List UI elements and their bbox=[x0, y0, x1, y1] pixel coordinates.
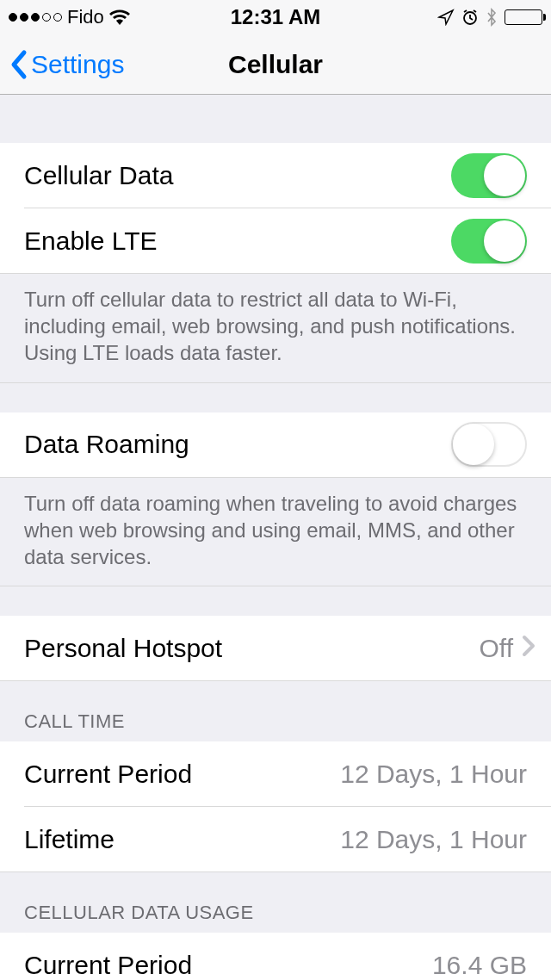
data-usage-header: CELLULAR DATA USAGE bbox=[0, 872, 551, 933]
personal-hotspot-row[interactable]: Personal Hotspot Off bbox=[0, 616, 551, 681]
location-icon bbox=[437, 9, 455, 26]
signal-strength-icon bbox=[9, 13, 62, 22]
data-usage-current-value: 16.4 GB bbox=[432, 951, 527, 980]
bluetooth-icon bbox=[486, 8, 498, 27]
back-button[interactable]: Settings bbox=[9, 49, 124, 80]
data-roaming-group: Data Roaming Turn off data roaming when … bbox=[0, 383, 551, 587]
call-time-lifetime-row: Lifetime 12 Days, 1 Hour bbox=[0, 807, 551, 872]
cellular-data-footer: Turn off cellular data to restrict all d… bbox=[0, 274, 551, 383]
call-time-header: CALL TIME bbox=[0, 681, 551, 741]
data-usage-group: CELLULAR DATA USAGE Current Period 16.4 … bbox=[0, 872, 551, 980]
status-right bbox=[437, 8, 542, 27]
carrier-label: Fido bbox=[67, 6, 104, 28]
status-left: Fido bbox=[9, 6, 130, 28]
call-time-group: CALL TIME Current Period 12 Days, 1 Hour… bbox=[0, 681, 551, 872]
data-roaming-switch[interactable] bbox=[451, 422, 527, 467]
call-time-current-row: Current Period 12 Days, 1 Hour bbox=[0, 741, 551, 807]
nav-bar: Settings Cellular bbox=[0, 34, 551, 95]
status-bar: Fido 12:31 AM bbox=[0, 0, 551, 34]
chevron-left-icon bbox=[9, 49, 28, 80]
call-time-current-label: Current Period bbox=[24, 760, 192, 789]
call-time-lifetime-value: 12 Days, 1 Hour bbox=[340, 825, 527, 854]
data-roaming-row[interactable]: Data Roaming bbox=[0, 412, 551, 478]
personal-hotspot-value: Off bbox=[480, 634, 513, 663]
cellular-data-row[interactable]: Cellular Data bbox=[0, 143, 551, 208]
personal-hotspot-label: Personal Hotspot bbox=[24, 634, 222, 663]
cellular-data-switch[interactable] bbox=[451, 153, 527, 198]
call-time-lifetime-label: Lifetime bbox=[24, 825, 115, 854]
personal-hotspot-group: Personal Hotspot Off bbox=[0, 586, 551, 681]
call-time-current-value: 12 Days, 1 Hour bbox=[340, 760, 527, 789]
data-roaming-label: Data Roaming bbox=[24, 430, 189, 459]
back-label: Settings bbox=[31, 50, 124, 79]
enable-lte-label: Enable LTE bbox=[24, 226, 158, 256]
battery-icon bbox=[505, 9, 542, 25]
data-usage-current-row: Current Period 16.4 GB bbox=[0, 933, 551, 980]
chevron-right-icon bbox=[522, 634, 536, 663]
wifi-icon bbox=[109, 9, 130, 25]
data-roaming-footer: Turn off data roaming when traveling to … bbox=[0, 478, 551, 587]
cellular-data-label: Cellular Data bbox=[24, 161, 173, 190]
enable-lte-switch[interactable] bbox=[451, 219, 527, 264]
alarm-icon bbox=[461, 9, 479, 26]
data-usage-current-label: Current Period bbox=[24, 951, 192, 980]
cellular-data-group: Cellular Data Enable LTE Turn off cellul… bbox=[0, 95, 551, 383]
enable-lte-row[interactable]: Enable LTE bbox=[0, 208, 551, 274]
